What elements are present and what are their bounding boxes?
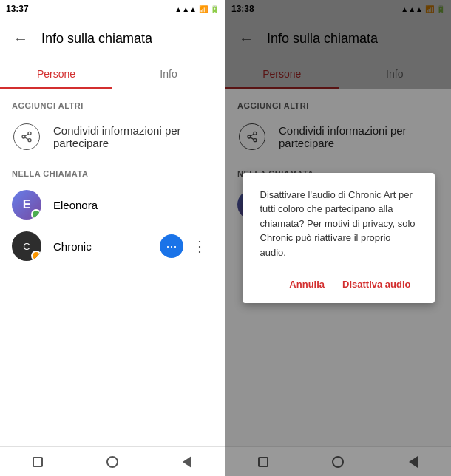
- overflow-icon-chronic-left: ⋮: [192, 237, 207, 255]
- svg-line-3: [25, 137, 29, 140]
- share-text-left: Condividi informazioni per partecipare: [53, 124, 213, 149]
- battery-icon-left: 🔋: [210, 5, 219, 13]
- status-badge-eleonora-left: [31, 209, 41, 220]
- cancel-button[interactable]: Annulla: [283, 274, 330, 294]
- share-item-left[interactable]: Condividi informazioni per partecipare: [0, 116, 225, 157]
- recents-button-left[interactable]: [24, 453, 51, 471]
- wifi-icon-left: 📶: [199, 5, 208, 13]
- back-arrow-left: ←: [13, 30, 28, 47]
- share-icon-container-left: [12, 122, 41, 152]
- signal-icon-left: ▲▲▲: [174, 5, 197, 13]
- svg-point-0: [28, 132, 31, 135]
- dialog-message: Disattivare l'audio di Chronic Art per t…: [260, 188, 417, 260]
- svg-line-4: [25, 134, 29, 136]
- toolbar-left: ← Info sulla chiamata: [0, 18, 225, 59]
- tab-info-left[interactable]: Info: [112, 59, 225, 89]
- home-button-left[interactable]: [99, 453, 126, 471]
- dialog-overlay: Disattivare l'audio di Chronic Art per t…: [226, 0, 451, 476]
- status-time-left: 13:37: [6, 4, 29, 14]
- avatar-chronic-left: C: [12, 231, 41, 261]
- home-icon-left: [106, 456, 118, 468]
- back-nav-icon-left: [183, 456, 191, 468]
- share-icon-left: [13, 123, 40, 150]
- mute-dialog: Disattivare l'audio di Chronic Art per t…: [243, 173, 435, 304]
- back-button-left[interactable]: ←: [6, 24, 35, 53]
- chronic-actions-left: ··· ⋮: [160, 233, 213, 259]
- status-badge-chronic-left: [31, 251, 41, 261]
- add-others-header-left: AGGIUNGI ALTRI: [0, 89, 225, 116]
- avatar-eleonora-left: E: [12, 190, 41, 220]
- person-name-eleonora-left: Eleonora: [53, 199, 213, 211]
- more-button-chronic-left[interactable]: ···: [160, 234, 183, 258]
- tab-persone-left[interactable]: Persone: [0, 59, 112, 89]
- svg-point-2: [28, 139, 31, 142]
- svg-point-1: [22, 135, 25, 138]
- dialog-actions: Annulla Disattiva audio: [260, 274, 417, 294]
- tabs-left: Persone Info: [0, 59, 225, 89]
- status-icons-left: ▲▲▲ 📶 🔋: [174, 5, 219, 13]
- back-nav-button-left[interactable]: [174, 453, 200, 471]
- person-name-chronic-left: Chronic: [53, 240, 160, 253]
- in-call-header-left: NELLA CHIAMATA: [0, 157, 225, 184]
- person-row-chronic-left[interactable]: C Chronic ··· ⋮: [0, 225, 225, 267]
- right-panel: 13:38 ▲▲▲ 📶 🔋 ← Info sulla chiamata Pers…: [226, 0, 451, 476]
- left-panel: 13:37 ▲▲▲ 📶 🔋 ← Info sulla chiamata Pers…: [0, 0, 226, 476]
- page-title-left: Info sulla chiamata: [41, 31, 152, 47]
- status-bar-left: 13:37 ▲▲▲ 📶 🔋: [0, 0, 225, 18]
- mute-confirm-button[interactable]: Disattiva audio: [336, 274, 416, 294]
- overflow-button-chronic-left[interactable]: ⋮: [186, 233, 213, 259]
- person-row-eleonora-left[interactable]: E Eleonora: [0, 184, 225, 225]
- recents-icon-left: [33, 457, 43, 467]
- bottom-nav-left: [0, 446, 225, 476]
